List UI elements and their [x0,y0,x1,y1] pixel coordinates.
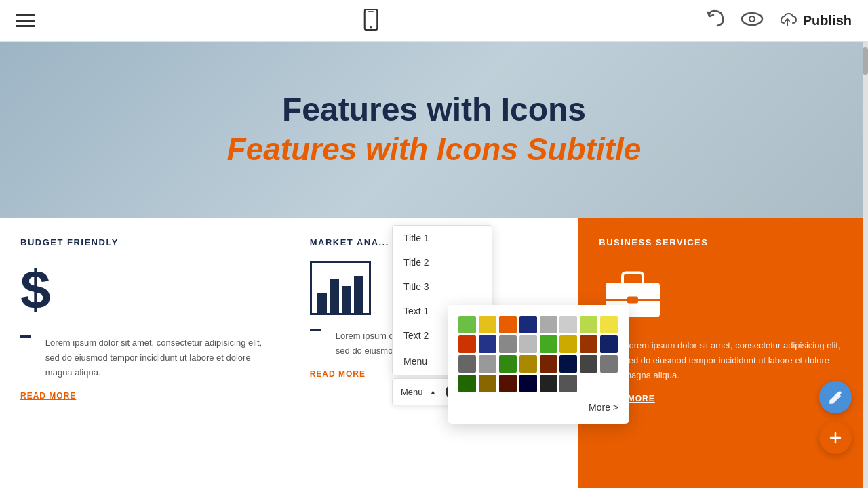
color-swatch[interactable] [540,355,557,373]
card-1-text: Lorem ipsum dolor sit amet, consectetur … [45,336,269,380]
color-grid [458,316,618,392]
color-swatch[interactable] [540,375,557,392]
preview-eye-icon[interactable] [741,9,764,33]
card-1-divider [20,336,31,338]
bar-1 [317,293,327,313]
color-swatch[interactable] [499,375,517,392]
edit-fab-button[interactable] [819,381,852,413]
bar-2 [330,279,339,313]
undo-icon[interactable] [707,9,727,33]
color-swatch[interactable] [479,355,496,373]
color-picker: More > [448,305,629,424]
toolbar-center [360,9,382,33]
dropdown-menu-label: Menu [403,356,427,367]
hero-section: Features with Icons Features with Icons … [0,42,868,218]
color-swatch[interactable] [458,375,476,392]
color-swatch[interactable] [559,355,577,373]
color-swatch[interactable] [580,316,597,333]
hero-subtitle: Features with Icons Subtitle [227,129,642,170]
svg-point-4 [749,16,755,22]
color-swatch[interactable] [499,336,517,353]
mobile-preview-icon[interactable] [360,9,382,33]
color-swatch[interactable] [519,316,537,333]
card-3-text-wrap: Lorem ipsum dolor sit amet, consectetur … [599,338,848,383]
card-3-read-more-link[interactable]: READ MORE [599,394,848,403]
card-1-title: BUDGET FRIENDLY [20,237,269,247]
color-swatch[interactable] [479,336,496,353]
color-swatch[interactable] [458,336,476,353]
color-swatch[interactable] [559,316,577,333]
dropdown-item-title2[interactable]: Title 2 [393,250,492,274]
dropdown-text2-label: Text 2 [403,330,429,341]
color-swatch[interactable] [600,316,618,333]
color-swatch[interactable] [580,336,597,353]
fab-container [819,381,852,454]
color-swatch[interactable] [540,316,557,333]
briefcase-icon [599,261,848,325]
card-2-divider [310,329,321,331]
color-swatch[interactable] [479,375,496,392]
toolbar: Publish [0,0,868,42]
color-swatch[interactable] [499,355,517,373]
publish-button[interactable]: Publish [777,11,852,31]
card-budget-friendly: BUDGET FRIENDLY $ Lorem ipsum dolor sit … [0,218,290,488]
color-swatch[interactable] [540,336,557,353]
card-1-text-wrap: Lorem ipsum dolor sit amet, consectetur … [20,336,269,380]
color-swatch[interactable] [519,375,537,392]
color-swatch[interactable] [559,336,577,353]
svg-point-1 [370,26,372,28]
card-3-text: Lorem ipsum dolor sit amet, consectetur … [624,338,848,383]
dropdown-item-title1[interactable]: Title 1 [393,226,492,250]
scrollbar-thumb[interactable] [863,47,868,75]
color-swatch[interactable] [519,355,537,373]
add-fab-button[interactable] [819,422,852,454]
color-swatch[interactable] [600,355,618,373]
color-swatch[interactable] [519,336,537,353]
color-swatch[interactable] [458,355,476,373]
card-3-title: BUSINESS SERVICES [599,237,848,247]
color-swatch[interactable] [600,336,618,353]
color-swatch[interactable] [499,316,517,333]
hamburger-menu-icon[interactable] [16,14,35,27]
color-swatch[interactable] [479,316,496,333]
svg-point-3 [742,13,762,25]
color-swatch[interactable] [559,375,577,392]
toolbar-right: Publish [707,9,852,33]
bar-4 [354,276,363,313]
dropdown-title1-label: Title 1 [403,232,429,243]
cloud-upload-icon [777,11,797,31]
color-swatch[interactable] [580,355,597,373]
scrollbar[interactable] [863,42,868,488]
bar-3 [342,286,351,313]
color-swatch[interactable] [458,316,476,333]
dropdown-title2-label: Title 2 [403,257,429,268]
publish-label: Publish [803,13,852,28]
toolbar-left [16,14,35,27]
dropdown-item-title3[interactable]: Title 3 [393,274,492,299]
dollar-sign-icon: $ [20,261,269,322]
main-area: Features with Icons Features with Icons … [0,42,868,488]
menu-bar-label: Menu [401,387,423,397]
bar-chart-icon [310,261,371,315]
chevron-up-icon: ▲ [430,388,437,396]
dropdown-title3-label: Title 3 [403,281,429,292]
card-1-read-more-link[interactable]: READ MORE [20,391,269,401]
color-more-button[interactable]: More > [458,402,618,413]
dropdown-text1-label: Text 1 [403,306,429,317]
svg-text:$: $ [20,261,51,315]
hero-title: Features with Icons [282,90,586,129]
